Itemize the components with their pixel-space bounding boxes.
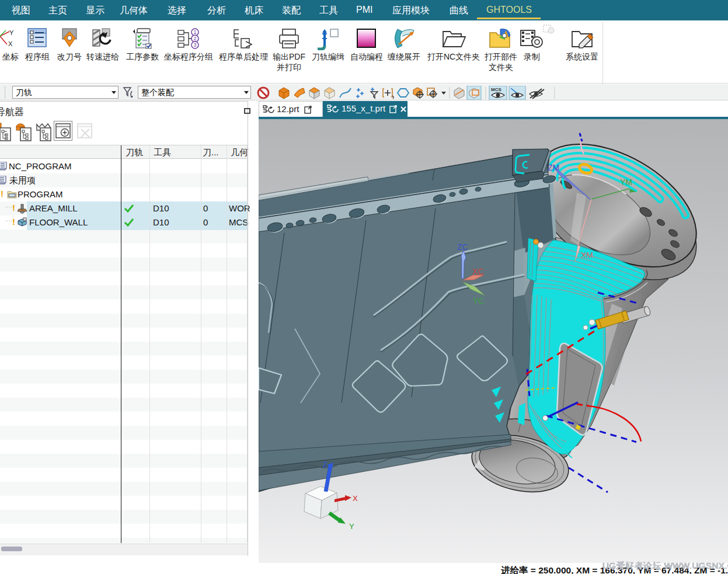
- svg-text:XC: XC: [472, 267, 483, 276]
- svg-text:1: 1: [193, 29, 196, 35]
- svg-text:Z: Z: [323, 461, 327, 469]
- svg-text:XM: XM: [581, 251, 593, 260]
- svg-text:YM: YM: [620, 178, 632, 187]
- svg-text:2: 2: [193, 36, 196, 41]
- svg-text:ZM: ZM: [548, 163, 559, 172]
- svg-text:X: X: [8, 40, 13, 47]
- svg-text:3: 3: [193, 42, 196, 48]
- svg-text:MCS: MCS: [491, 87, 501, 92]
- svg-text:Y: Y: [349, 522, 354, 531]
- svg-text:Y: Y: [9, 29, 14, 36]
- svg-text:YC: YC: [473, 296, 484, 305]
- svg-text:X: X: [353, 494, 358, 503]
- svg-text:ZC: ZC: [457, 242, 468, 252]
